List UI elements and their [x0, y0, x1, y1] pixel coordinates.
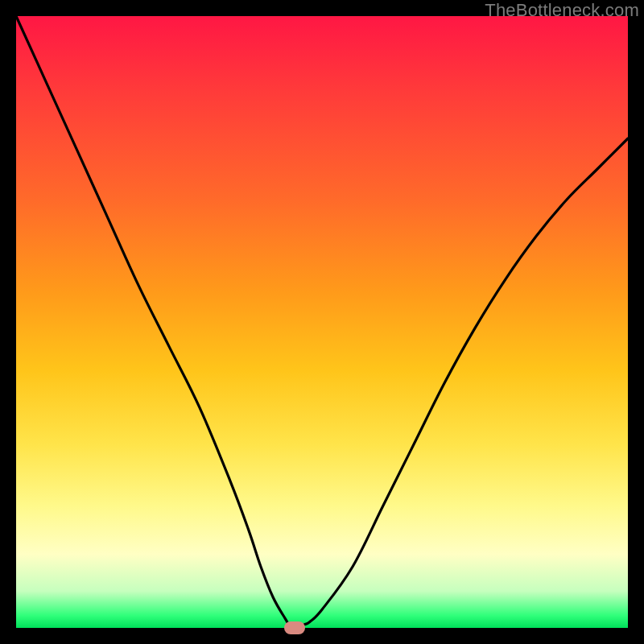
chart-frame: TheBottleneck.com [0, 0, 644, 644]
bottleneck-curve [16, 16, 628, 628]
plot-area [16, 16, 628, 628]
watermark-text: TheBottleneck.com [485, 0, 639, 21]
minimum-marker [284, 621, 305, 634]
